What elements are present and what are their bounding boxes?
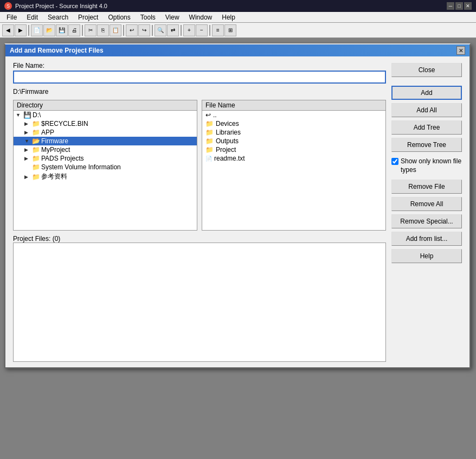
menu-search[interactable]: Search <box>43 13 73 22</box>
toolbar-forward[interactable]: ▶ <box>15 24 27 36</box>
toolbar-sep-6 <box>209 25 210 36</box>
toolbar-extra1[interactable]: ≡ <box>212 24 224 36</box>
title-bar: S Project Project - Source Insight 4.0 ─… <box>0 0 476 12</box>
tree-label-drive-d: D:\ <box>33 111 41 119</box>
tree-label-recycle: $RECYCLE.BIN <box>41 120 88 127</box>
add-all-button[interactable]: Add All <box>391 103 462 117</box>
toolbar-sep-5 <box>181 25 182 36</box>
toolbar-back[interactable]: ◀ <box>2 24 14 36</box>
tree-item-myproject[interactable]: ▶ 📁 MyProject <box>14 145 197 154</box>
title-bar-controls: ─ □ ✕ <box>447 2 472 10</box>
dialog-title-bar: Add and Remove Project Files ✕ <box>5 44 469 56</box>
remove-all-button[interactable]: Remove All <box>391 197 462 211</box>
tree-item-svi[interactable]: 📁 System Volume Information <box>14 163 197 171</box>
toolbar-find[interactable]: 🔍 <box>155 24 166 36</box>
show-known-types-label[interactable]: Show only known file types <box>401 157 462 174</box>
toolbar-sep-4 <box>152 25 153 36</box>
project-files-section: Project Files: (0) <box>13 235 386 362</box>
folder-icon-pads: 📁 <box>32 155 40 162</box>
toolbar-zoom-in[interactable]: + <box>183 24 195 36</box>
file-item-parent[interactable]: ↩ .. <box>202 111 385 119</box>
menu-options[interactable]: Options <box>104 13 134 22</box>
expand-icon-myproject: ▶ <box>24 147 31 152</box>
expand-icon-firmware: ▼ <box>24 138 31 144</box>
menu-help[interactable]: Help <box>217 13 240 22</box>
file-item-libraries[interactable]: 📁 Libraries <box>202 128 385 137</box>
menu-project[interactable]: Project <box>74 13 102 22</box>
file-icon-devices: 📁 <box>205 120 214 127</box>
toolbar-redo[interactable]: ↪ <box>138 24 150 36</box>
tree-label-app: APP <box>41 129 54 136</box>
folder-icon-svi: 📁 <box>32 163 40 171</box>
tree-label-myproject: MyProject <box>41 146 70 154</box>
dialog-left-panel: File Name: D:\Firmware Directory ▼ <box>13 62 386 362</box>
tree-item-recycle[interactable]: ▶ 📁 $RECYCLE.BIN <box>14 119 197 128</box>
menu-edit[interactable]: Edit <box>22 13 42 22</box>
expand-icon-app: ▶ <box>24 130 31 135</box>
dialog-add-remove-files: Add and Remove Project Files ✕ File Name… <box>4 43 471 368</box>
folder-icon-recycle: 📁 <box>32 120 40 127</box>
toolbar-extra2[interactable]: ⊞ <box>224 24 236 36</box>
file-panel-content[interactable]: ↩ .. 📁 Devices 📁 Libraries <box>202 111 385 230</box>
help-button[interactable]: Help <box>391 249 462 263</box>
menu-window[interactable]: Window <box>185 13 217 22</box>
folder-icon-myproject: 📁 <box>32 146 40 154</box>
directory-panel-content[interactable]: ▼ 💾 D:\ ▶ 📁 $RECYCLE.BIN <box>14 111 197 230</box>
minimize-button[interactable]: ─ <box>447 2 454 10</box>
toolbar-zoom-out[interactable]: − <box>196 24 208 36</box>
menu-view[interactable]: View <box>161 13 184 22</box>
file-name-input[interactable] <box>13 71 386 84</box>
add-tree-button[interactable]: Add Tree <box>391 120 462 135</box>
remove-special-button[interactable]: Remove Special... <box>391 214 462 228</box>
file-icon-project: 📁 <box>205 146 214 154</box>
toolbar-sep-1 <box>28 25 29 36</box>
show-known-types-checkbox[interactable] <box>391 158 398 165</box>
close-button[interactable]: Close <box>391 63 462 77</box>
toolbar-print[interactable]: 🖨 <box>68 24 80 36</box>
toolbar-sep-2 <box>82 25 83 36</box>
toolbar-save[interactable]: 💾 <box>56 24 68 36</box>
window-title: Project Project - Source Insight 4.0 <box>15 3 107 9</box>
current-path-label: D:\Firmware <box>13 88 386 95</box>
toolbar-replace[interactable]: ⇄ <box>167 24 179 36</box>
expand-icon-recycle: ▶ <box>24 121 31 126</box>
tree-item-firmware[interactable]: ▼ 📂 Firmware <box>14 137 197 145</box>
toolbar-open[interactable]: 📂 <box>43 24 55 36</box>
tree-label-pads: PADS Projects <box>41 155 83 162</box>
dialog-close-button[interactable]: ✕ <box>456 46 465 55</box>
tree-item-ref[interactable]: ▶ 📁 参考资料 <box>14 171 197 182</box>
checkbox-row: Show only known file types <box>391 157 462 174</box>
file-icon-libraries: 📁 <box>205 129 214 136</box>
remove-file-button[interactable]: Remove File <box>391 180 462 194</box>
toolbar-new[interactable]: 📄 <box>31 24 43 36</box>
add-from-list-button[interactable]: Add from list... <box>391 232 462 246</box>
close-window-button[interactable]: ✕ <box>464 2 472 10</box>
toolbar-copy[interactable]: ⎘ <box>97 24 109 36</box>
toolbar-cut[interactable]: ✂ <box>85 24 97 36</box>
panels-row: Directory ▼ 💾 D:\ ▶ 📁 <box>13 100 386 231</box>
file-item-devices[interactable]: 📁 Devices <box>202 119 385 128</box>
toolbar-undo[interactable]: ↩ <box>126 24 138 36</box>
tree-item-app[interactable]: ▶ 📁 APP <box>14 128 197 137</box>
file-item-outputs[interactable]: 📁 Outputs <box>202 137 385 145</box>
file-label-libraries: Libraries <box>216 129 241 136</box>
file-name-label: File Name: <box>13 62 386 69</box>
project-files-panel[interactable] <box>13 243 386 362</box>
remove-tree-button[interactable]: Remove Tree <box>391 138 462 152</box>
add-button[interactable]: Add <box>391 86 462 100</box>
file-item-readme[interactable]: 📄 readme.txt <box>202 154 385 163</box>
menu-bar: File Edit Search Project Options Tools V… <box>0 12 476 23</box>
file-name-section: File Name: <box>13 62 386 84</box>
tree-item-pads[interactable]: ▶ 📁 PADS Projects <box>14 154 197 163</box>
toolbar-paste[interactable]: 📋 <box>110 24 121 36</box>
tree-item-drive-d[interactable]: ▼ 💾 D:\ <box>14 111 197 119</box>
maximize-button[interactable]: □ <box>455 2 463 10</box>
menu-tools[interactable]: Tools <box>136 13 160 22</box>
file-item-project[interactable]: 📁 Project <box>202 145 385 154</box>
file-icon-outputs: 📁 <box>205 137 214 145</box>
tree-label-ref: 参考资料 <box>41 172 67 181</box>
menu-file[interactable]: File <box>2 13 21 22</box>
directory-panel: Directory ▼ 💾 D:\ ▶ 📁 <box>13 100 197 231</box>
expand-icon-drive: ▼ <box>16 112 22 118</box>
app-background: Add and Remove Project Files ✕ File Name… <box>0 38 476 459</box>
